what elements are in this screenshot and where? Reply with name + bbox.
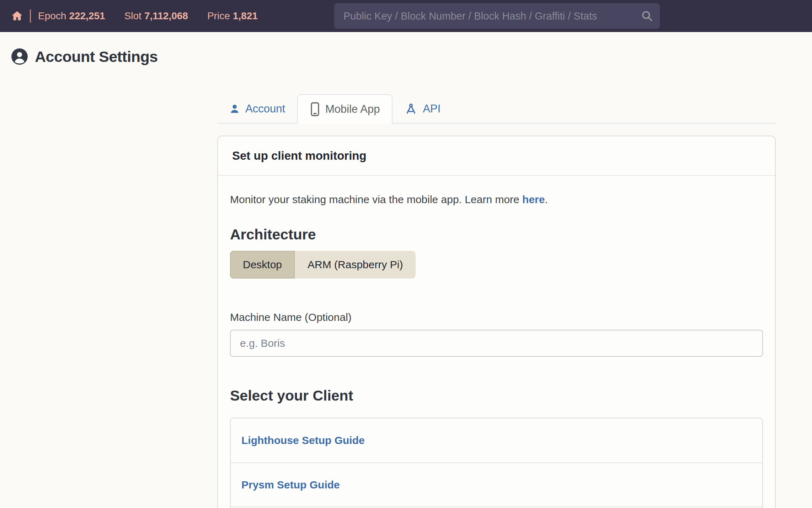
search-box — [334, 3, 660, 29]
intro-text: Monitor your staking machine via the mob… — [230, 194, 763, 206]
home-button[interactable] — [11, 10, 23, 22]
prysm-guide-link[interactable]: Prysm Setup Guide — [231, 462, 762, 507]
tab-api[interactable]: API — [392, 94, 453, 123]
lighthouse-guide-link[interactable]: Lighthouse Setup Guide — [231, 418, 762, 462]
navbar-divider — [30, 9, 31, 23]
client-monitoring-card: Set up client monitoring Monitor your st… — [217, 136, 776, 508]
settings-tabs: Account Mobile App API — [217, 94, 776, 124]
tab-mobile-app[interactable]: Mobile App — [297, 94, 392, 124]
slot-stat: Slot7,112,068 — [124, 10, 188, 22]
price-stat: Price1,821 — [207, 10, 258, 22]
machine-name-input[interactable] — [230, 330, 763, 357]
search-icon[interactable] — [641, 10, 653, 22]
card-header: Set up client monitoring — [218, 136, 775, 176]
settings-content: Account Mobile App API — [217, 94, 776, 508]
architecture-toggle: Desktop ARM (Raspberry Pi) — [230, 251, 416, 279]
tab-label: API — [423, 102, 440, 115]
page-title: Account Settings — [35, 48, 158, 65]
account-circle-icon — [11, 48, 28, 65]
learn-more-link[interactable]: here — [522, 194, 545, 205]
card-body: Monitor your staking machine via the mob… — [218, 176, 775, 508]
network-stats: Epoch222,251 Slot7,112,068 Price1,821 — [38, 10, 258, 22]
user-icon — [229, 104, 240, 114]
search-input[interactable] — [343, 10, 639, 22]
home-icon — [11, 10, 23, 22]
mobile-icon — [310, 102, 320, 116]
next-guide-link[interactable] — [231, 507, 762, 508]
tab-label: Mobile App — [325, 103, 380, 116]
tab-account[interactable]: Account — [217, 94, 297, 123]
epoch-stat: Epoch222,251 — [38, 10, 105, 22]
compass-icon — [405, 103, 417, 115]
top-navbar: Epoch222,251 Slot7,112,068 Price1,821 — [0, 0, 812, 32]
tab-label: Account — [245, 102, 285, 115]
architecture-heading: Architecture — [230, 226, 763, 243]
select-client-heading: Select your Client — [230, 387, 763, 404]
architecture-desktop-button[interactable]: Desktop — [230, 251, 295, 279]
machine-name-label: Machine Name (Optional) — [230, 311, 763, 323]
client-guide-list: Lighthouse Setup Guide Prysm Setup Guide — [230, 418, 763, 508]
page-title-row: Account Settings — [11, 48, 812, 65]
architecture-arm-button[interactable]: ARM (Raspberry Pi) — [295, 251, 416, 279]
